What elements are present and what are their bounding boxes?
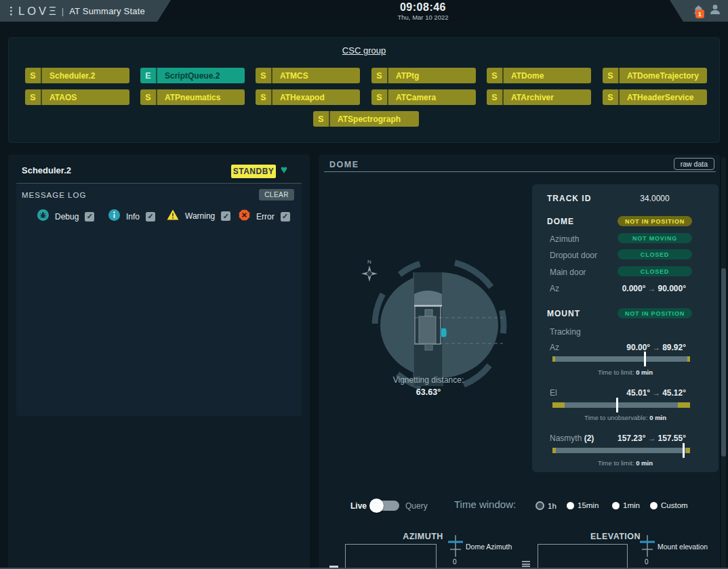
radio[interactable] bbox=[612, 502, 620, 509]
mount-el-slider bbox=[552, 402, 690, 408]
raw-data-button[interactable]: raw data bbox=[674, 158, 714, 170]
legend-lines-icon bbox=[522, 561, 530, 568]
csc-button-atarchiver[interactable]: SATArchiver bbox=[487, 89, 591, 105]
el-position-marker[interactable] bbox=[616, 398, 618, 413]
clear-button[interactable]: CLEAR bbox=[259, 189, 294, 201]
dropout-door-badge: CLOSED bbox=[618, 249, 692, 259]
filter-label: Info bbox=[126, 212, 140, 222]
csc-button-athexapod[interactable]: SATHexapod bbox=[256, 89, 360, 105]
dropout-door-label: Dropout door bbox=[550, 251, 597, 260]
csc-button-label: ScriptQueue.2 bbox=[157, 68, 245, 83]
logo-separator: | bbox=[62, 6, 64, 16]
elevation-axis-tick: 0 bbox=[645, 558, 649, 566]
dome-section-title: DOME bbox=[547, 217, 574, 226]
elevation-chart-plot bbox=[538, 544, 628, 569]
time-window-custom[interactable]: Custom bbox=[650, 501, 688, 509]
csc-button-label: ATAOS bbox=[42, 89, 129, 105]
radio[interactable] bbox=[650, 502, 658, 509]
love-logo[interactable]: LOVΞ bbox=[18, 5, 59, 18]
dome-az-value: 0.000°→90.000° bbox=[622, 284, 686, 293]
csc-button-label: ATSpectrograph bbox=[330, 111, 419, 127]
csc-state-letter: S bbox=[313, 111, 330, 127]
menu-icon[interactable]: ⋮ bbox=[6, 5, 13, 17]
arrow-icon: → bbox=[650, 343, 662, 352]
tracking-label: Tracking bbox=[550, 327, 581, 337]
live-label: Live bbox=[350, 501, 367, 511]
error-checkbox[interactable]: ✓ bbox=[281, 212, 290, 222]
limit-zone bbox=[678, 402, 690, 408]
arrow-icon: → bbox=[645, 434, 658, 443]
csc-button-atmcs[interactable]: SATMCS bbox=[256, 68, 360, 83]
filter-debug: Debug ✓ bbox=[37, 209, 94, 224]
debug-bug-icon bbox=[37, 209, 49, 224]
csc-button-atpneumatics[interactable]: SATPneumatics bbox=[140, 89, 245, 105]
csc-button-atheaderservice[interactable]: SATHeaderService bbox=[603, 89, 707, 105]
mount-position-badge: NOT IN POSITION bbox=[618, 308, 692, 318]
dome-az-label: Az bbox=[550, 284, 559, 293]
filter-error: Error ✓ bbox=[239, 209, 290, 224]
csc-button-label: ATArchiver bbox=[504, 89, 591, 105]
csc-button-atspectrograph[interactable]: SATSpectrograph bbox=[313, 111, 419, 127]
csc-state-letter: S bbox=[487, 89, 504, 105]
main-door-badge: CLOSED bbox=[618, 266, 692, 276]
csc-button-label: ATPneumatics bbox=[157, 89, 245, 105]
notifications-bell-icon[interactable]: 1 bbox=[693, 5, 704, 17]
vignetting-label: Vignetting distance: bbox=[361, 375, 496, 385]
csc-button-ataos[interactable]: SATAOS bbox=[25, 89, 129, 105]
az-position-marker[interactable] bbox=[644, 352, 646, 366]
radio-label: 1h bbox=[548, 502, 557, 510]
azimuth-axis-tick: 0 bbox=[453, 558, 457, 566]
csc-button-label: ATDome bbox=[504, 68, 591, 83]
azimuth-label: Azimuth bbox=[550, 234, 579, 244]
time-window-1h[interactable]: 1h bbox=[535, 501, 557, 510]
time-window-15min[interactable]: 15min bbox=[567, 501, 599, 509]
csc-group-panel: CSC group SScheduler.2 EScriptQueue.2 SA… bbox=[8, 37, 720, 143]
page-title: AT Summary State bbox=[69, 6, 145, 16]
az-time-to-limit: Time to limit: 0 min bbox=[532, 368, 719, 376]
toggle-knob[interactable] bbox=[369, 499, 384, 513]
dome-panel-title: DOME bbox=[329, 160, 359, 169]
csc-button-atdometrajectory[interactable]: SATDomeTrajectory bbox=[603, 68, 707, 83]
mount-nasmyth-label: Nasmyth (2) bbox=[550, 434, 594, 443]
azimuth-chart-legend: Dome Azimuth bbox=[447, 535, 512, 557]
csc-state-letter: S bbox=[140, 89, 157, 105]
message-log-title: MESSAGE LOG bbox=[22, 191, 86, 199]
elevation-chart-title: ELEVATION bbox=[585, 532, 646, 541]
logo-xi-glyph: Ξ bbox=[49, 5, 59, 17]
csc-button-scriptqueue2[interactable]: EScriptQueue.2 bbox=[140, 68, 245, 83]
debug-checkbox[interactable]: ✓ bbox=[85, 212, 94, 222]
nasmyth-position-marker[interactable] bbox=[683, 443, 685, 458]
csc-state-letter: S bbox=[25, 89, 42, 105]
radio-selected[interactable] bbox=[535, 501, 544, 510]
limit-zone bbox=[687, 356, 690, 362]
csc-state-letter: S bbox=[603, 89, 620, 105]
csc-state-letter: S bbox=[25, 68, 42, 83]
query-label: Query bbox=[405, 501, 428, 511]
warning-checkbox[interactable]: ✓ bbox=[221, 211, 230, 221]
at-summary-state-page: ⋮ LOVΞ | AT Summary State 09:08:46 Thu, … bbox=[0, 0, 728, 569]
user-icon[interactable] bbox=[709, 3, 721, 18]
radio-label: Custom bbox=[661, 501, 688, 509]
radio[interactable] bbox=[567, 502, 574, 509]
csc-button-atdome[interactable]: SATDome bbox=[487, 68, 591, 83]
info-checkbox[interactable]: ✓ bbox=[146, 212, 155, 222]
scrollbar-thumb[interactable] bbox=[721, 268, 726, 457]
csc-button-atcamera[interactable]: SATCamera bbox=[371, 89, 476, 105]
nasmyth-time-to-limit: Time to limit: 0 min bbox=[532, 459, 719, 467]
live-query-toggle[interactable] bbox=[371, 501, 399, 511]
csc-button-scheduler2[interactable]: SScheduler.2 bbox=[25, 68, 129, 83]
radio-label: 1min bbox=[623, 501, 640, 509]
csc-button-atptg[interactable]: SATPtg bbox=[371, 68, 476, 83]
csc-button-label: ATHexapod bbox=[272, 89, 360, 105]
time-window-1min[interactable]: 1min bbox=[612, 501, 640, 509]
scheduler-panel: Scheduler.2 STANDBY ♥ MESSAGE LOG CLEAR … bbox=[8, 154, 310, 569]
limit-zone bbox=[552, 448, 556, 453]
scheduler-title: Scheduler.2 bbox=[22, 165, 71, 175]
csc-state-letter: S bbox=[371, 68, 388, 83]
arrow-icon: → bbox=[650, 388, 662, 398]
info-icon bbox=[108, 209, 120, 224]
mount-nasmyth-value: 157.23°→157.55° bbox=[618, 434, 686, 443]
limit-zone bbox=[686, 448, 690, 453]
limit-zone bbox=[552, 356, 555, 362]
crosshair-icon bbox=[639, 535, 656, 557]
